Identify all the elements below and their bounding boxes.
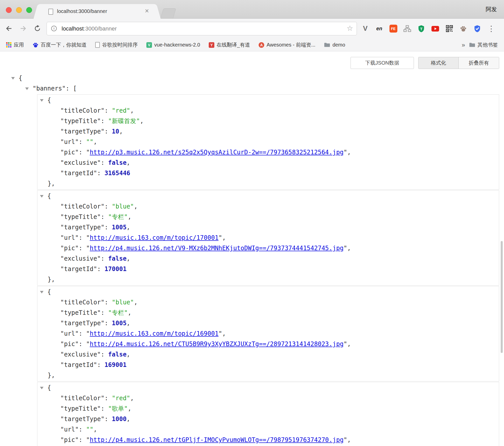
qr-code-icon[interactable] xyxy=(444,23,455,34)
json-line: "targetType": 1005, xyxy=(37,318,499,329)
paw-favicon xyxy=(33,42,38,48)
json-url-link[interactable]: http://music.163.com/m/topic/170001 xyxy=(90,234,219,241)
collapse-triangle-icon[interactable] xyxy=(40,99,44,102)
close-window-button[interactable] xyxy=(6,7,12,13)
page-favicon xyxy=(48,9,53,15)
close-tab-icon[interactable]: × xyxy=(145,4,149,19)
page-info-icon[interactable]: i xyxy=(51,26,57,31)
collapse-all-button[interactable]: 折叠所有 xyxy=(459,57,499,69)
a-badge-icon: A xyxy=(259,42,264,48)
bookmark-item[interactable]: demo xyxy=(324,42,345,48)
bookmark-item[interactable]: AAwesomes - 前端资... xyxy=(259,41,315,48)
json-line: "banners": [ xyxy=(0,83,504,94)
bookmark-item[interactable]: Y在线翻译_有道 xyxy=(209,41,250,48)
bookmark-star-icon[interactable]: ☆ xyxy=(347,22,353,35)
svg-text:T: T xyxy=(420,27,422,31)
json-line: { xyxy=(37,191,499,201)
v-mark-icon[interactable]: V xyxy=(360,23,371,34)
json-line: "pic": "http://p4.music.126.net/tGPljf-I… xyxy=(37,435,499,445)
json-url-link[interactable]: http://p4.music.126.net/tGPljf-IMOCyPvum… xyxy=(90,436,344,443)
json-line: { xyxy=(37,287,499,297)
active-tab[interactable]: localhost:3000/banner × xyxy=(39,4,155,19)
json-line: "url": "", xyxy=(37,137,499,147)
json-line: "url": "", xyxy=(37,424,499,435)
json-line: "exclusive": false, xyxy=(37,254,499,264)
banner-object-box: {"titleColor": "blue","typeTitle": "专栏",… xyxy=(37,286,499,381)
scrollbar-thumb[interactable] xyxy=(501,241,503,353)
json-line: "pic": "http://p4.music.126.net/V9-MXz6b… xyxy=(37,243,499,254)
json-line: "targetId": 169001 xyxy=(37,360,499,370)
url-host: localhost xyxy=(62,25,84,32)
collapse-triangle-icon[interactable] xyxy=(25,87,29,90)
y-badge-icon: Y xyxy=(209,42,214,48)
json-url-link[interactable]: http://p3.music.126.net/s25q2x5QyqsAzilC… xyxy=(90,149,344,156)
bookmark-label: 在线翻译_有道 xyxy=(217,41,250,48)
json-line: "url": "http://music.163.com/m/topic/170… xyxy=(37,233,499,243)
json-line: "pic": "http://p4.music.126.net/CTU5B9R9… xyxy=(37,339,499,349)
new-tab-button[interactable] xyxy=(160,8,176,18)
json-line: { xyxy=(37,383,499,393)
json-line: "url": "http://music.163.com/m/topic/169… xyxy=(37,329,499,339)
other-bookmarks-label: 其他书签 xyxy=(478,41,498,48)
bookmark-label: demo xyxy=(332,42,345,48)
collapse-triangle-icon[interactable] xyxy=(40,195,44,198)
bookmark-apps[interactable]: 应用 xyxy=(6,41,24,48)
json-line: }, xyxy=(37,370,499,381)
bookmark-label: 百度一下，你就知道 xyxy=(41,41,87,48)
download-json-button[interactable]: 下载JSON数据 xyxy=(351,57,414,69)
other-bookmarks-folder[interactable]: 其他书签 xyxy=(469,41,498,48)
minimize-window-button[interactable] xyxy=(16,7,22,13)
json-viewer-toolbar: 下载JSON数据 格式化 折叠所有 xyxy=(351,57,499,69)
banner-object-box: {"titleColor": "blue","typeTitle": "专栏",… xyxy=(37,190,499,286)
collapse-triangle-icon[interactable] xyxy=(40,291,44,293)
json-line: "titleColor": "blue", xyxy=(37,201,499,212)
json-url-link[interactable]: http://p4.music.126.net/V9-MXz6b2MNhEKju… xyxy=(90,245,344,252)
json-line: "typeTitle": "专栏", xyxy=(37,212,499,222)
json-line: "titleColor": "blue", xyxy=(37,297,499,308)
json-line: "pic": "http://p3.music.126.net/s25q2x5Q… xyxy=(37,147,499,158)
address-bar[interactable]: i localhost:3000/banner ☆ xyxy=(47,22,357,35)
bookmark-label: 谷歌按时间排序 xyxy=(102,41,138,48)
fullscreen-window-button[interactable] xyxy=(26,7,32,13)
kebab-menu-icon: ⋮ xyxy=(487,24,495,33)
doc-favicon xyxy=(95,42,100,48)
collapse-triangle-icon[interactable] xyxy=(40,387,44,389)
back-button[interactable] xyxy=(3,23,15,34)
json-line: "exclusive": false, xyxy=(37,349,499,360)
json-line: "typeTitle": "新碟首发", xyxy=(37,116,499,126)
json-line: "typeTitle": "专栏", xyxy=(37,308,499,318)
json-line: "targetType": 1005, xyxy=(37,222,499,233)
format-collapse-group: 格式化 折叠所有 xyxy=(418,57,499,69)
bookmark-item[interactable]: 谷歌按时间排序 xyxy=(95,41,138,48)
youtube-icon[interactable] xyxy=(430,23,441,34)
translate-en-icon[interactable]: en xyxy=(374,23,385,34)
folder-icon xyxy=(469,42,475,47)
json-url-link[interactable]: http://music.163.com/m/topic/169001 xyxy=(90,330,219,337)
json-line: "exclusive": false, xyxy=(37,158,499,168)
browser-profile-name[interactable]: 阿发 xyxy=(486,0,497,19)
json-url-link[interactable]: http://p4.music.126.net/CTU5B9R9y3XyYBZX… xyxy=(90,340,344,348)
v-badge-icon: V xyxy=(146,42,152,48)
collapse-triangle-icon[interactable] xyxy=(11,77,15,80)
format-button[interactable]: 格式化 xyxy=(418,57,459,69)
reload-button[interactable] xyxy=(32,23,43,34)
banner-object-box: {"titleColor": "red","typeTitle": "歌单","… xyxy=(37,382,499,446)
fe-badge-icon[interactable]: FE xyxy=(388,23,399,34)
json-line: "targetType": 10, xyxy=(37,126,499,137)
banner-object-box: {"titleColor": "red","typeTitle": "新碟首发"… xyxy=(37,94,499,190)
bookmark-item[interactable]: Vvue-hackernews-2.0 xyxy=(146,42,200,48)
bookmark-label: 应用 xyxy=(14,41,24,48)
bookmarks-overflow-icon[interactable]: » xyxy=(462,41,465,49)
green-shield-t-icon[interactable]: T xyxy=(416,23,427,34)
tab-title: localhost:3000/banner xyxy=(57,4,107,19)
browser-menu-button[interactable]: ⋮ xyxy=(486,23,497,34)
json-line: }, xyxy=(37,179,499,189)
paw-print-icon[interactable] xyxy=(458,23,469,34)
folder-icon xyxy=(324,42,330,47)
browser-toolbar: i localhost:3000/banner ☆ VenFET ⋮ xyxy=(0,19,504,39)
blue-shield-check-icon[interactable] xyxy=(472,23,483,34)
orgchart-icon[interactable] xyxy=(402,23,413,34)
tab-strip: localhost:3000/banner × 阿发 xyxy=(0,0,504,19)
forward-button[interactable] xyxy=(17,23,29,34)
bookmark-item[interactable]: 百度一下，你就知道 xyxy=(33,41,87,48)
